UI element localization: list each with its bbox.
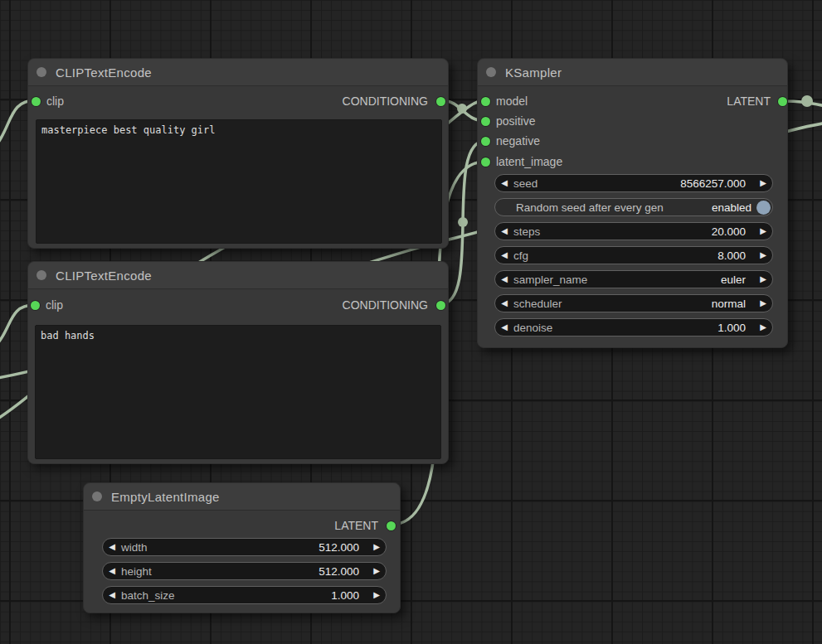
stepper-right-icon[interactable]: ▶ xyxy=(754,323,772,332)
output-port-label: LATENT xyxy=(727,94,771,108)
widget-sampler-name[interactable]: ◀ sampler_name euler ▶ xyxy=(494,270,773,288)
node-title: CLIPTextEncode xyxy=(56,65,152,80)
widget-value: 8.000 xyxy=(717,249,746,262)
widget-random-seed-toggle[interactable]: Random seed after every gen enabled xyxy=(494,198,773,216)
stepper-left-icon[interactable]: ◀ xyxy=(495,179,513,187)
node-title-bar[interactable]: KSampler xyxy=(478,59,787,86)
stepper-left-icon[interactable]: ◀ xyxy=(495,227,513,235)
output-port-conditioning[interactable] xyxy=(436,97,445,106)
widget-label: denoise xyxy=(513,322,552,334)
stepper-right-icon[interactable]: ▶ xyxy=(754,251,772,259)
widget-cfg[interactable]: ◀ cfg 8.000 ▶ xyxy=(494,246,773,264)
widget-value: euler xyxy=(721,274,746,286)
stepper-left-icon[interactable]: ◀ xyxy=(495,275,513,283)
widget-label: sampler_name xyxy=(513,274,587,286)
widget-scheduler[interactable]: ◀ scheduler normal ▶ xyxy=(494,294,773,312)
widget-label: cfg xyxy=(513,249,528,262)
node-title: EmptyLatentImage xyxy=(111,490,220,504)
output-port-label: CONDITIONING xyxy=(343,94,428,108)
prompt-textarea[interactable]: bad hands xyxy=(35,325,441,459)
stepper-left-icon[interactable]: ◀ xyxy=(103,543,121,551)
node-cliptextencode-positive: CLIPTextEncode clip CONDITIONING masterp… xyxy=(27,58,449,249)
widget-label: scheduler xyxy=(513,298,562,310)
widget-seed[interactable]: ◀ seed 8566257.000 ▶ xyxy=(494,174,773,192)
collapse-dot-icon[interactable] xyxy=(92,491,102,501)
output-port-latent[interactable] xyxy=(778,97,787,106)
input-port-label: model xyxy=(496,94,528,108)
stepper-right-icon[interactable]: ▶ xyxy=(754,179,772,187)
widget-label: batch_size xyxy=(121,589,175,602)
stepper-right-icon[interactable]: ▶ xyxy=(754,227,772,235)
input-port-negative[interactable] xyxy=(481,137,490,146)
node-cliptextencode-negative: CLIPTextEncode clip CONDITIONING bad han… xyxy=(27,261,449,464)
output-port-conditioning[interactable] xyxy=(436,301,445,310)
widget-height[interactable]: ◀ height 512.000 ▶ xyxy=(102,562,387,580)
widget-value: 1.000 xyxy=(717,322,746,334)
input-port-label: clip xyxy=(46,298,63,312)
node-title: CLIPTextEncode xyxy=(56,269,152,283)
collapse-dot-icon[interactable] xyxy=(486,67,496,77)
node-title-bar[interactable]: CLIPTextEncode xyxy=(28,262,448,289)
output-port-label: LATENT xyxy=(334,519,378,532)
stepper-left-icon[interactable]: ◀ xyxy=(103,567,121,575)
widget-value: normal xyxy=(712,298,746,310)
stepper-right-icon[interactable]: ▶ xyxy=(367,567,386,575)
output-port-label: CONDITIONING xyxy=(343,298,428,312)
input-port-positive[interactable] xyxy=(481,117,490,126)
widget-width[interactable]: ◀ width 512.000 ▶ xyxy=(102,538,387,556)
stepper-left-icon[interactable]: ◀ xyxy=(103,591,121,599)
input-port-latent-image[interactable] xyxy=(481,157,490,167)
stepper-left-icon[interactable]: ◀ xyxy=(495,251,513,259)
node-title-bar[interactable]: EmptyLatentImage xyxy=(84,483,400,511)
widget-value: 512.000 xyxy=(319,541,359,554)
stepper-right-icon[interactable]: ▶ xyxy=(367,543,386,551)
widget-label: Random seed after every gen xyxy=(516,201,664,214)
input-port-clip[interactable] xyxy=(31,301,40,310)
widget-value: enabled xyxy=(712,201,751,214)
link-dot xyxy=(458,217,468,227)
collapse-dot-icon[interactable] xyxy=(36,67,46,77)
widget-steps[interactable]: ◀ steps 20.000 ▶ xyxy=(494,222,773,240)
input-port-label: positive xyxy=(496,114,535,128)
stepper-right-icon[interactable]: ▶ xyxy=(754,275,772,283)
widget-label: height xyxy=(121,565,152,578)
input-port-model[interactable] xyxy=(481,97,490,106)
prompt-textarea[interactable]: masterpiece best quality girl xyxy=(36,119,442,244)
node-ksampler: KSampler model positive negative latent_… xyxy=(477,58,788,348)
stepper-left-icon[interactable]: ◀ xyxy=(495,323,513,332)
widget-batch-size[interactable]: ◀ batch_size 1.000 ▶ xyxy=(102,586,387,604)
stepper-right-icon[interactable]: ▶ xyxy=(754,299,772,307)
input-port-label: negative xyxy=(496,134,540,148)
widget-label: width xyxy=(121,541,148,554)
widget-value: 20.000 xyxy=(712,225,746,238)
stepper-right-icon[interactable]: ▶ xyxy=(367,591,386,599)
node-graph-canvas[interactable]: CLIPTextEncode clip CONDITIONING masterp… xyxy=(0,0,822,644)
node-emptylatentimage: EmptyLatentImage LATENT ◀ width 512.000 … xyxy=(83,482,401,613)
collapse-dot-icon[interactable] xyxy=(36,270,46,280)
input-port-label: latent_image xyxy=(496,155,562,168)
input-port-label: clip xyxy=(46,94,64,108)
link-dot xyxy=(457,104,467,114)
widget-value: 512.000 xyxy=(319,565,359,578)
widget-value: 8566257.000 xyxy=(680,177,746,190)
widget-label: steps xyxy=(513,225,540,238)
stepper-left-icon[interactable]: ◀ xyxy=(495,299,513,307)
link-dot xyxy=(801,95,813,107)
output-port-latent[interactable] xyxy=(387,521,396,530)
widget-denoise[interactable]: ◀ denoise 1.000 ▶ xyxy=(494,318,773,337)
node-title-bar[interactable]: CLIPTextEncode xyxy=(28,59,448,86)
widget-label: seed xyxy=(513,177,537,190)
input-port-clip[interactable] xyxy=(32,97,41,106)
node-title: KSampler xyxy=(505,65,562,80)
widget-value: 1.000 xyxy=(331,589,359,602)
toggle-circle-icon[interactable] xyxy=(756,201,771,215)
